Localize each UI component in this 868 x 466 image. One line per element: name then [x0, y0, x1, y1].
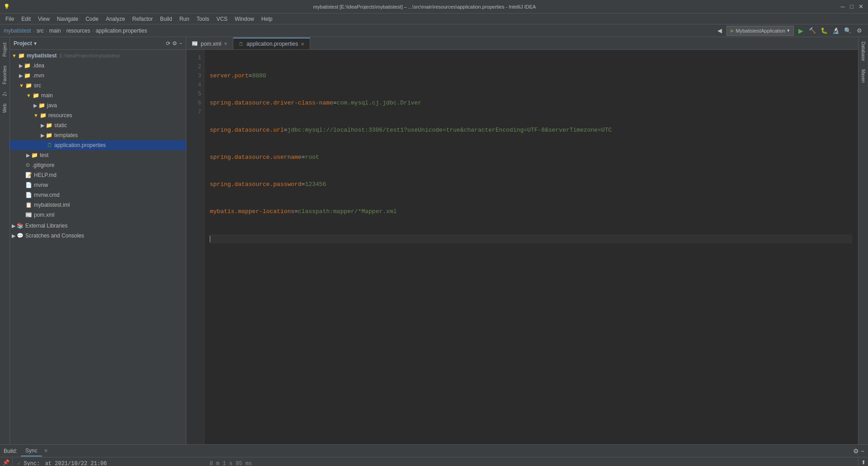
menu-view[interactable]: View	[34, 15, 53, 23]
minimize-button[interactable]: ─	[839, 3, 846, 10]
bottom-settings-icon[interactable]: ⚙	[853, 447, 859, 455]
menu-build[interactable]: Build	[156, 15, 176, 23]
breadcrumb-src[interactable]: src	[37, 28, 44, 34]
app-icon: 💡	[4, 4, 10, 10]
debug-button[interactable]: 🐛	[819, 26, 829, 36]
tree-item-scratches[interactable]: ▶ 💬 Scratches and Consoles	[10, 231, 186, 241]
tree-item-mvn[interactable]: ▶ 📁 .mvn	[10, 71, 186, 81]
cmd-icon: 📄	[25, 192, 32, 198]
bottom-minimize-icon[interactable]: −	[861, 447, 864, 455]
breadcrumb-sep2: ›	[46, 28, 47, 34]
sync-icon[interactable]: ⟳	[166, 40, 170, 47]
web-toggle[interactable]: Web	[1, 100, 9, 116]
structure-toggle[interactable]: 2↕	[1, 88, 9, 100]
tree-label-templates: templates	[54, 132, 78, 138]
settings-icon[interactable]: ⚙	[172, 40, 177, 47]
tab-pom-xml[interactable]: 📰 pom.xml ✕	[186, 38, 233, 49]
window-controls[interactable]: ─ □ ✕	[839, 3, 864, 10]
menu-file[interactable]: File	[2, 15, 18, 23]
menu-window[interactable]: Window	[231, 15, 258, 23]
menu-code[interactable]: Code	[82, 15, 102, 23]
code-line-5: spring.datasource.password=123456	[210, 180, 853, 189]
run-config-selector[interactable]: ▶ MybatistestApplication ▾	[726, 26, 794, 36]
back-button[interactable]: ◀	[715, 26, 725, 36]
tree-item-src[interactable]: ▼ 📁 src	[10, 81, 186, 90]
menu-refactor[interactable]: Refactor	[129, 15, 156, 23]
tree-label-test: test	[40, 152, 48, 158]
folder-templates-icon: 📁	[46, 132, 52, 138]
tree-item-java[interactable]: ▶ 📁 java	[10, 100, 186, 110]
menu-run[interactable]: Run	[176, 15, 193, 23]
menu-edit[interactable]: Edit	[18, 15, 34, 23]
tree-item-helpmd[interactable]: 📝 HELP.md	[10, 170, 186, 180]
run-button[interactable]: ▶	[796, 26, 806, 36]
tab-props-close[interactable]: ✕	[301, 42, 304, 47]
bottom-panel-header: Build: Sync ✕ ⚙ −	[0, 445, 868, 457]
project-panel-toggle[interactable]: Project	[1, 37, 9, 62]
folder-java-icon: 📁	[38, 102, 45, 109]
bottom-tabs-left: Build: Sync ✕	[4, 446, 48, 456]
tab-props-label: application.properties	[246, 41, 298, 47]
menubar: File Edit View Navigate Code Analyze Ref…	[0, 14, 868, 24]
toolbar: mybatistest › src › main › resources › a…	[0, 24, 868, 37]
project-tree: ▼ 📁 mybatistest E:\IdeaProjects\mybatist…	[10, 50, 186, 444]
scroll-up-icon[interactable]: ⬆	[861, 459, 866, 466]
tree-item-static[interactable]: ▶ 📁 static	[10, 120, 186, 130]
tree-item-idea[interactable]: ▶ 📁 .idea	[10, 61, 186, 71]
tree-item-mvnwcmd[interactable]: 📄 mvnw.cmd	[10, 190, 186, 200]
tree-item-external-libraries[interactable]: ▶ 📚 External Libraries	[10, 221, 186, 231]
menu-vcs[interactable]: VCS	[213, 15, 231, 23]
close-button[interactable]: ✕	[857, 3, 864, 10]
tab-pom-close[interactable]: ✕	[224, 41, 227, 46]
tree-item-mvnw[interactable]: 📄 mvnw	[10, 180, 186, 190]
tree-label-scratches: Scratches and Consoles	[25, 233, 84, 239]
menu-tools[interactable]: Tools	[193, 15, 213, 23]
tree-item-mybatistest[interactable]: ▼ 📁 mybatistest E:\IdeaProjects\mybatist…	[10, 51, 186, 61]
bottom-tab-sync[interactable]: Sync	[21, 446, 42, 456]
code-line-1: server.port=8080	[210, 71, 853, 81]
external-lib-icon: 📚	[17, 223, 24, 229]
breadcrumb-main[interactable]: main	[49, 28, 61, 34]
tree-item-pom[interactable]: 📰 pom.xml	[10, 210, 186, 220]
breadcrumb-file[interactable]: application.properties	[95, 28, 147, 34]
menu-help[interactable]: Help	[258, 15, 276, 23]
tab-app-properties[interactable]: 🗒 application.properties ✕	[233, 38, 310, 49]
settings-button[interactable]: ⚙	[854, 26, 864, 36]
folder-static-icon: 📁	[46, 122, 52, 128]
menu-navigate[interactable]: Navigate	[53, 15, 82, 23]
tree-item-templates[interactable]: ▶ 📁 templates	[10, 130, 186, 140]
code-editor[interactable]: 1 2 3 4 5 6 7 server.port=8080 spring.da…	[186, 50, 858, 444]
tree-item-gitignore[interactable]: ⚙ .gitignore	[10, 160, 186, 170]
tree-item-resources[interactable]: ▼ 📁 resources	[10, 110, 186, 120]
tree-item-mybatistest-iml[interactable]: 📋 mybatistest.iml	[10, 200, 186, 210]
code-content[interactable]: server.port=8080 spring.datasource.drive…	[204, 50, 858, 444]
maximize-button[interactable]: □	[848, 3, 855, 10]
pin-icon[interactable]: 📌	[3, 459, 9, 466]
menu-analyze[interactable]: Analyze	[102, 15, 129, 23]
tree-label-pom: pom.xml	[34, 212, 54, 218]
tree-item-app-props[interactable]: 🗒 application.properties	[10, 140, 186, 150]
search-everywhere-button[interactable]: 🔍	[843, 26, 853, 36]
collapse-icon[interactable]: −	[179, 40, 182, 47]
tree-label-iml: mybatistest.iml	[34, 202, 70, 208]
maven-panel-toggle[interactable]: Maven	[859, 66, 868, 86]
project-root-icon: 📁	[18, 52, 25, 59]
build-output: ✓ Sync: at 2021/10/22 21:06 8 m 1 s 95 m…	[13, 457, 858, 466]
coverage-button[interactable]: 🔬	[831, 26, 841, 36]
breadcrumb-project[interactable]: mybatistest	[4, 28, 31, 34]
breadcrumb-resources[interactable]: resources	[66, 28, 90, 34]
favorites-panel-toggle[interactable]: Favorites	[1, 62, 9, 88]
props-tab-icon: 🗒	[239, 41, 244, 47]
folder-icon: 📁	[24, 72, 31, 79]
code-line-2: spring.datasource.driver-class-name=com.…	[210, 99, 853, 108]
sync-tab-close[interactable]: ✕	[44, 448, 48, 454]
build-button[interactable]: 🔨	[807, 26, 817, 36]
chevron-down-icon[interactable]: ▾	[34, 40, 37, 47]
gitignore-icon: ⚙	[25, 162, 30, 168]
database-panel-toggle[interactable]: Database	[859, 37, 868, 66]
tree-item-main[interactable]: ▼ 📁 main	[10, 90, 186, 100]
tree-item-test[interactable]: ▶ 📁 test	[10, 150, 186, 160]
tree-label-mvnw: mvnw	[34, 182, 48, 188]
bottom-left-strip: 📌 👁	[0, 457, 13, 466]
tree-label-resources: resources	[48, 112, 72, 119]
